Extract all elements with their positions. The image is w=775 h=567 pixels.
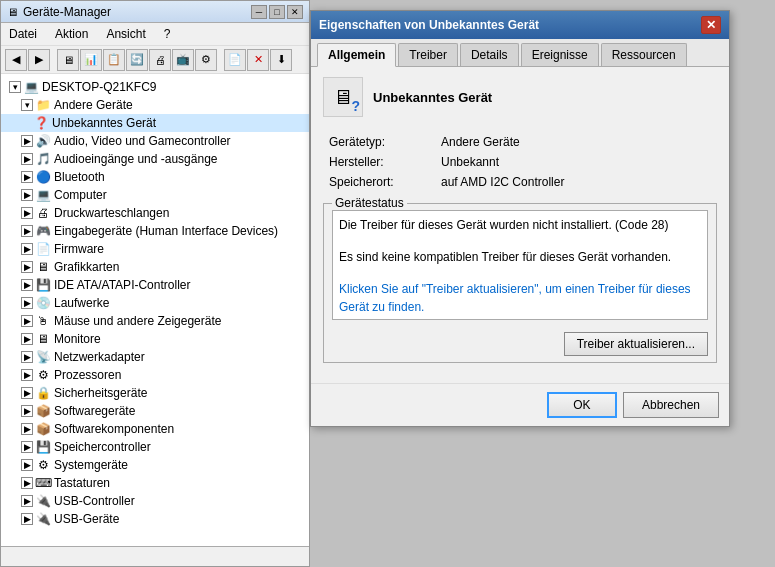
menu-aktion[interactable]: Aktion [51,25,92,43]
computer-expand[interactable]: ▶ [21,189,33,201]
minimize-button[interactable]: ─ [251,5,267,19]
tree-softkomp[interactable]: ▶ 📦 Softwarekomponenten [1,420,309,438]
tree-ide[interactable]: ▶ 💾 IDE ATA/ATAPI-Controller [1,276,309,294]
tree-audioeingaenge[interactable]: ▶ 🎵 Audioeingänge und -ausgänge [1,150,309,168]
grafik-icon: 🖥 [35,259,51,275]
usbc-expand[interactable]: ▶ [21,495,33,507]
tree-root[interactable]: ▾ 💻 DESKTOP-Q21KFC9 [1,78,309,96]
tree-sicher[interactable]: ▶ 🔒 Sicherheitsgeräte [1,384,309,402]
usbc-icon: 🔌 [35,493,51,509]
proz-expand[interactable]: ▶ [21,369,33,381]
status-scroll-area[interactable]: Die Treiber für dieses Gerät wurden nich… [332,210,708,320]
tree-audio[interactable]: ▶ 🔊 Audio, Video und Gamecontroller [1,132,309,150]
device-tree[interactable]: ▾ 💻 DESKTOP-Q21KFC9 ▾ 📁 Andere Geräte ❓ … [1,74,309,546]
ok-button[interactable]: OK [547,392,617,418]
andere-icon: 📁 [35,97,51,113]
software-expand[interactable]: ▶ [21,405,33,417]
tree-andere-geraete[interactable]: ▾ 📁 Andere Geräte [1,96,309,114]
maeuse-label: Mäuse und andere Zeigegeräte [54,314,221,328]
update-driver-button[interactable]: Treiber aktualisieren... [564,332,708,356]
tree-firmware[interactable]: ▶ 📄 Firmware [1,240,309,258]
audio-expand[interactable]: ▶ [21,135,33,147]
ide-expand[interactable]: ▶ [21,279,33,291]
bluetooth-expand[interactable]: ▶ [21,171,33,183]
menu-ansicht[interactable]: Ansicht [102,25,149,43]
status-line3: Klicken Sie auf "Treiber aktualisieren",… [339,280,701,316]
tree-computer[interactable]: ▶ 💻 Computer [1,186,309,204]
computer-name: DESKTOP-Q21KFC9 [42,80,156,94]
tree-software[interactable]: ▶ 📦 Softwaregeräte [1,402,309,420]
tree-unbekannt[interactable]: ❓ Unbekanntes Gerät [1,114,309,132]
tree-tastaturen[interactable]: ▶ ⌨ Tastaturen [1,474,309,492]
maximize-button[interactable]: □ [269,5,285,19]
maeuse-expand[interactable]: ▶ [21,315,33,327]
audioeingaenge-icon: 🎵 [35,151,51,167]
device-title: Unbekanntes Gerät [373,90,492,105]
device-header: 🖥 ? Unbekanntes Gerät [323,77,717,117]
tree-laufwerke[interactable]: ▶ 💿 Laufwerke [1,294,309,312]
tb-btn5[interactable]: 🖨 [149,49,171,71]
back-button[interactable]: ◀ [5,49,27,71]
tree-usb-controller[interactable]: ▶ 🔌 USB-Controller [1,492,309,510]
tree-usb-geraete[interactable]: ▶ 🔌 USB-Geräte [1,510,309,528]
tree-netz[interactable]: ▶ 📡 Netzwerkadapter [1,348,309,366]
tree-speicher[interactable]: ▶ 💾 Speichercontroller [1,438,309,456]
tb-btn3[interactable]: 📋 [103,49,125,71]
tab-ereignisse[interactable]: Ereignisse [521,43,599,66]
dm-title-text: Geräte-Manager [23,5,249,19]
bluetooth-label: Bluetooth [54,170,105,184]
druck-expand[interactable]: ▶ [21,207,33,219]
tab-allgemein[interactable]: Allgemein [317,43,396,67]
tree-eingabe[interactable]: ▶ 🎮 Eingabegeräte (Human Interface Devic… [1,222,309,240]
tb-btn7[interactable]: ⚙ [195,49,217,71]
tab-details[interactable]: Details [460,43,519,66]
delete-button[interactable]: ✕ [247,49,269,71]
tb-btn6[interactable]: 📺 [172,49,194,71]
status-bar [1,546,309,566]
laufwerke-expand[interactable]: ▶ [21,297,33,309]
tree-grafik[interactable]: ▶ 🖥 Grafikkarten [1,258,309,276]
netz-expand[interactable]: ▶ [21,351,33,363]
audioeingaenge-expand[interactable]: ▶ [21,153,33,165]
cancel-button[interactable]: Abbrechen [623,392,719,418]
usbc-label: USB-Controller [54,494,135,508]
dialog-close-button[interactable]: ✕ [701,16,721,34]
eingabe-expand[interactable]: ▶ [21,225,33,237]
tab-treiber[interactable]: Treiber [398,43,458,66]
tb-btn2[interactable]: 📊 [80,49,102,71]
tree-bluetooth[interactable]: ▶ 🔵 Bluetooth [1,168,309,186]
menu-datei[interactable]: Datei [5,25,41,43]
properties-button[interactable]: 📄 [224,49,246,71]
usbg-expand[interactable]: ▶ [21,513,33,525]
tree-maeuse[interactable]: ▶ 🖱 Mäuse und andere Zeigegeräte [1,312,309,330]
add-button[interactable]: ⬇ [270,49,292,71]
tree-druck[interactable]: ▶ 🖨 Druckwarteschlangen [1,204,309,222]
firmware-expand[interactable]: ▶ [21,243,33,255]
monitore-expand[interactable]: ▶ [21,333,33,345]
system-expand[interactable]: ▶ [21,459,33,471]
speicher-expand[interactable]: ▶ [21,441,33,453]
tree-proz[interactable]: ▶ ⚙ Prozessoren [1,366,309,384]
grafik-expand[interactable]: ▶ [21,261,33,273]
grafik-label: Grafikkarten [54,260,119,274]
geraetetyp-row: Gerätetyp: Andere Geräte [325,133,715,151]
dm-title-icon: 🖥 [7,6,18,18]
tb-btn4[interactable]: 🔄 [126,49,148,71]
softkomp-expand[interactable]: ▶ [21,423,33,435]
dialog-footer: OK Abbrechen [311,383,729,426]
question-mark-icon: ? [351,98,360,114]
root-expand[interactable]: ▾ [9,81,21,93]
sicher-expand[interactable]: ▶ [21,387,33,399]
tree-monitore[interactable]: ▶ 🖥 Monitore [1,330,309,348]
tastaturen-icon: ⌨ [35,475,51,491]
tab-ressourcen[interactable]: Ressourcen [601,43,687,66]
tb-btn1[interactable]: 🖥 [57,49,79,71]
menu-help[interactable]: ? [160,25,175,43]
software-icon: 📦 [35,403,51,419]
tree-system[interactable]: ▶ ⚙ Systemgeräte [1,456,309,474]
andere-expand[interactable]: ▾ [21,99,33,111]
close-button[interactable]: ✕ [287,5,303,19]
forward-button[interactable]: ▶ [28,49,50,71]
druck-label: Druckwarteschlangen [54,206,169,220]
tastaturen-expand[interactable]: ▶ [21,477,33,489]
